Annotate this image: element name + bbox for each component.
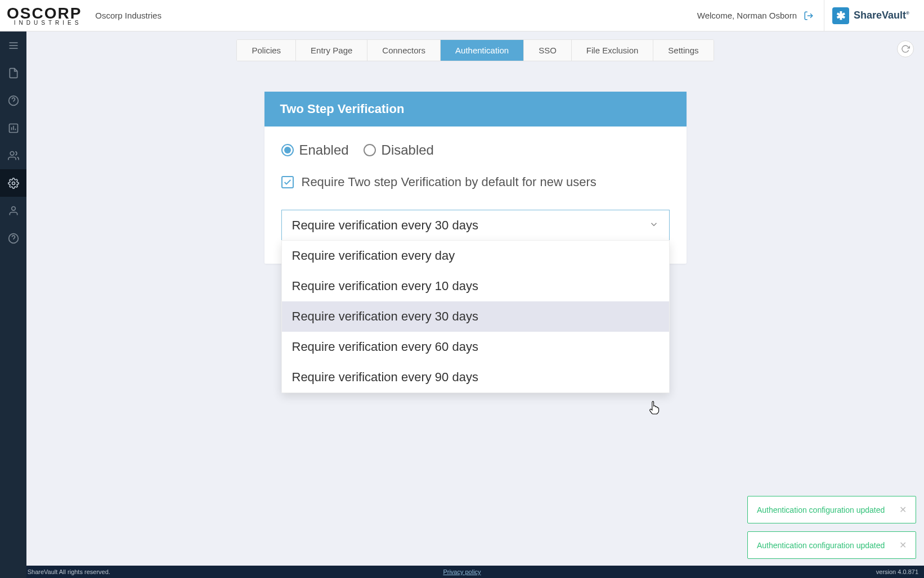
sidebar-item-qa[interactable] xyxy=(0,87,26,114)
select-display[interactable]: Require verification every 30 days xyxy=(281,210,670,241)
toast-success: Authentication configuration updated ✕ xyxy=(747,496,916,523)
app-footer: © 2018 ShareVault All rights reserved. P… xyxy=(0,566,924,578)
sidebar-item-profile[interactable] xyxy=(0,197,26,224)
main-content: Policies Entry Page Connectors Authentic… xyxy=(26,31,924,566)
toast-message: Authentication configuration updated xyxy=(757,541,885,550)
select-value: Require verification every 30 days xyxy=(292,218,478,233)
chevron-down-icon xyxy=(649,218,659,233)
svg-point-11 xyxy=(12,182,15,184)
radio-on-icon xyxy=(281,144,294,156)
oscorp-logo-sub: INDUSTRIES xyxy=(7,20,82,26)
option-label: Require verification every 60 days xyxy=(292,340,478,354)
select-option[interactable]: Require verification every 10 days xyxy=(282,271,669,301)
sharevault-wordmark: ShareVault® xyxy=(854,10,909,21)
brand-vault-text: Vault xyxy=(882,10,906,21)
sharevault-mark-icon: ✱ xyxy=(832,7,849,24)
settings-tabbar: Policies Entry Page Connectors Authentic… xyxy=(26,39,924,61)
enable-disable-radio-group: Enabled Disabled xyxy=(281,142,670,158)
checkbox-label: Require Two step Verification by default… xyxy=(302,175,596,189)
sharevault-brand[interactable]: ✱ ShareVault® xyxy=(824,0,917,31)
left-sidebar xyxy=(0,31,26,578)
toast-stack: Authentication configuration updated ✕ A… xyxy=(747,496,916,559)
sidebar-item-documents[interactable] xyxy=(0,59,26,87)
radio-off-icon xyxy=(364,144,376,156)
privacy-policy-link[interactable]: Privacy policy xyxy=(443,568,481,575)
sidebar-item-menu[interactable] xyxy=(0,31,26,59)
option-label: Require verification every 90 days xyxy=(292,370,478,384)
tab-file-exclusion[interactable]: File Exclusion xyxy=(572,40,654,61)
oscorp-logo-main: OSCORP xyxy=(7,6,82,21)
logout-icon[interactable] xyxy=(804,11,814,21)
tab-label: Entry Page xyxy=(311,46,352,55)
company-name: Oscorp Industries xyxy=(95,11,162,20)
tab-connectors[interactable]: Connectors xyxy=(367,40,441,61)
tab-label: SSO xyxy=(539,46,557,55)
option-label: Require verification every 30 days xyxy=(292,309,478,323)
sidebar-item-reports[interactable] xyxy=(0,114,26,142)
close-icon[interactable]: ✕ xyxy=(899,540,907,550)
tab-label: Authentication xyxy=(455,46,509,55)
select-option[interactable]: Require verification every 30 days xyxy=(282,301,669,332)
app-header: OSCORP INDUSTRIES Oscorp Industries Welc… xyxy=(0,0,924,31)
brand-share-text: Share xyxy=(854,10,882,21)
radio-enabled[interactable]: Enabled xyxy=(281,142,349,158)
require-default-checkbox[interactable]: Require Two step Verification by default… xyxy=(281,175,670,189)
svg-point-10 xyxy=(10,151,14,155)
toast-message: Authentication configuration updated xyxy=(757,505,885,514)
option-label: Require verification every 10 days xyxy=(292,279,478,293)
tab-label: Settings xyxy=(668,46,698,55)
radio-disabled[interactable]: Disabled xyxy=(364,142,434,158)
checkbox-checked-icon xyxy=(281,176,294,188)
tab-label: File Exclusion xyxy=(586,46,639,55)
tab-authentication[interactable]: Authentication xyxy=(441,40,524,61)
footer-version: version 4.0.871 xyxy=(876,568,918,575)
radio-disabled-label: Disabled xyxy=(382,142,434,158)
select-option[interactable]: Require verification every 90 days xyxy=(282,362,669,392)
select-option[interactable]: Require verification every 60 days xyxy=(282,332,669,362)
refresh-button[interactable] xyxy=(897,40,914,57)
select-dropdown: Require verification every day Require v… xyxy=(281,240,670,393)
tab-settings[interactable]: Settings xyxy=(653,40,713,61)
sidebar-item-help[interactable] xyxy=(0,224,26,252)
cursor-hand-icon xyxy=(648,400,661,414)
sidebar-item-settings[interactable] xyxy=(0,169,26,197)
toast-success: Authentication configuration updated ✕ xyxy=(747,531,916,559)
welcome-text: Welcome, Norman Osborn xyxy=(697,11,797,20)
close-icon[interactable]: ✕ xyxy=(899,504,907,515)
tab-label: Connectors xyxy=(382,46,425,55)
radio-enabled-label: Enabled xyxy=(299,142,349,158)
tab-entry-page[interactable]: Entry Page xyxy=(296,40,367,61)
card-title: Two Step Verification xyxy=(264,92,687,127)
two-step-verification-card: Two Step Verification Enabled Disabled R… xyxy=(264,92,687,264)
option-label: Require verification every day xyxy=(292,249,455,263)
oscorp-logo: OSCORP INDUSTRIES xyxy=(7,6,82,26)
verification-frequency-select[interactable]: Require verification every 30 days Requi… xyxy=(281,210,670,241)
refresh-icon xyxy=(901,44,910,53)
svg-point-12 xyxy=(11,206,15,210)
sidebar-item-users[interactable] xyxy=(0,142,26,169)
select-option[interactable]: Require verification every day xyxy=(282,241,669,271)
tab-policies[interactable]: Policies xyxy=(237,40,296,61)
tab-label: Policies xyxy=(252,46,281,55)
tab-sso[interactable]: SSO xyxy=(524,40,572,61)
